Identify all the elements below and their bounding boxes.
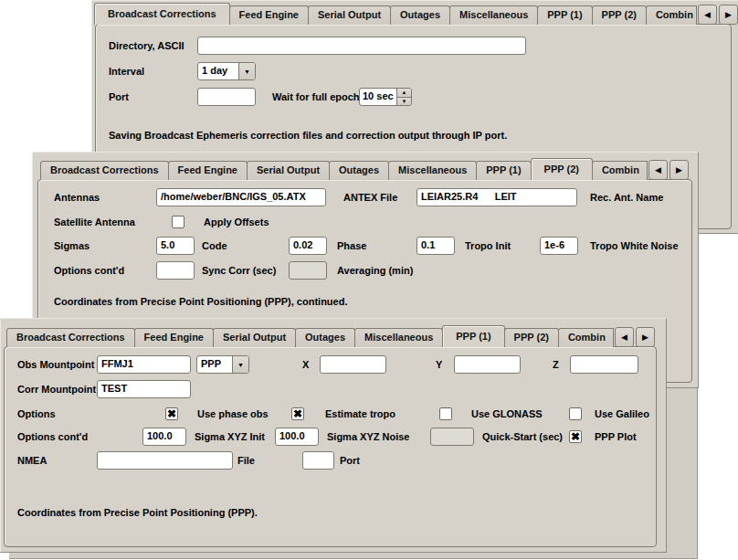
tab-feed-engine[interactable]: Feed Engine	[134, 328, 214, 347]
nmea-file-input[interactable]	[97, 451, 233, 470]
z-input[interactable]	[570, 355, 638, 374]
dropdown-arrow-icon: ▼	[237, 362, 244, 368]
use-galileo-label: Use Galileo	[595, 405, 649, 423]
tab-ppp-1[interactable]: PPP (1)	[537, 5, 592, 25]
tab-ppp-2[interactable]: PPP (2)	[592, 5, 647, 25]
tab-scroll-right-button[interactable]: ▶	[669, 160, 689, 180]
antennas-input[interactable]: /home/weber/BNC/IGS_05.ATX	[156, 188, 326, 206]
corr-mountpoint-label: Corr Mountpoint	[17, 380, 96, 398]
spin-down-button[interactable]: ▼	[397, 98, 411, 106]
ppp-mode-value: PPP	[197, 356, 232, 373]
sigma-xyz-noise-input[interactable]: 100.0	[275, 428, 319, 446]
broadcast-description-text: Saving Broadcast Ephemeris correction fi…	[109, 126, 507, 144]
use-phase-obs-checkbox[interactable]: ✖	[165, 407, 178, 420]
ppp1-window: Broadcast Corrections Feed Engine Serial…	[0, 318, 667, 553]
tab-broadcast-corrections[interactable]: Broadcast Corrections	[40, 161, 169, 180]
tab-serial-output[interactable]: Serial Output	[247, 161, 330, 180]
use-phase-obs-label: Use phase obs	[197, 405, 269, 423]
tab-serial-output[interactable]: Serial Output	[308, 5, 391, 25]
tab-ppp-2[interactable]: PPP (2)	[504, 328, 559, 347]
use-galileo-checkbox[interactable]	[569, 407, 582, 420]
tab-scroll-left-button[interactable]: ◀	[648, 160, 668, 180]
tab-scroll-left-icon: ◀	[621, 333, 627, 342]
tab-scroll-left-button[interactable]: ◀	[615, 327, 634, 347]
dropdown-button[interactable]: ▼	[238, 63, 255, 79]
antex-file-label: ANTEX File	[343, 188, 397, 206]
tab-scroll-buttons: ◀ ▶	[696, 5, 738, 25]
tab-combination[interactable]: Combin	[646, 5, 697, 25]
antex-file-input[interactable]: LEIAR25.R4 LEIT	[416, 188, 577, 206]
ppp1-description-text: Coordinates from Precise Point Positioni…	[17, 503, 258, 522]
y-input[interactable]	[454, 355, 521, 374]
averaging-label: Averaging (min)	[337, 261, 413, 280]
wait-epoch-spinner[interactable]: 10 sec ▲ ▼	[359, 88, 412, 106]
port-input[interactable]	[197, 88, 256, 106]
y-label: Y	[436, 355, 442, 374]
phase-label: Phase	[337, 237, 366, 255]
z-label: Z	[553, 355, 559, 374]
tab-scroll-left-button[interactable]: ◀	[698, 5, 717, 25]
tab-feed-engine[interactable]: Feed Engine	[168, 161, 248, 180]
sigma-xyz-init-input[interactable]: 100.0	[142, 428, 186, 446]
sigma-xyz-noise-label: Sigma XYZ Noise	[327, 428, 409, 446]
interval-value: 1 day	[198, 63, 238, 79]
corr-mountpoint-input[interactable]: TEST	[97, 380, 191, 398]
spin-up-icon: ▲	[402, 90, 407, 95]
ppp-mode-dropdown[interactable]: PPP ▼	[196, 355, 249, 374]
directory-ascii-input[interactable]	[197, 37, 526, 55]
obs-mountpoint-input[interactable]: FFMJ1	[97, 355, 191, 374]
tropo-init-input[interactable]: 1e-6	[540, 237, 578, 255]
quick-start-input[interactable]	[430, 428, 474, 446]
use-glonass-label: Use GLONASS	[471, 405, 543, 423]
file-label: File	[237, 451, 255, 470]
tab-feed-engine[interactable]: Feed Engine	[229, 5, 309, 25]
tab-broadcast-corrections[interactable]: Broadcast Corrections	[6, 328, 135, 347]
tab-scroll-right-icon: ▶	[725, 11, 732, 19]
options-contd-label: Options cont'd	[54, 261, 124, 280]
tab-miscellaneous[interactable]: Miscellaneous	[449, 5, 538, 25]
interval-label: Interval	[109, 62, 144, 80]
tab-scroll-buttons: ◀ ▶	[647, 160, 689, 180]
apply-offsets-checkbox[interactable]	[172, 216, 184, 228]
tab-combination[interactable]: Combin	[592, 161, 648, 180]
estimate-tropo-checkbox[interactable]: ✖	[291, 407, 304, 420]
tab-scroll-right-button[interactable]: ▶	[719, 5, 738, 25]
code-label: Code	[202, 237, 227, 255]
ppp2-tab-bar: Broadcast Corrections Feed Engine Serial…	[40, 158, 689, 180]
sync-corr-label: Sync Corr (sec)	[202, 261, 276, 280]
port-label: Port	[109, 88, 129, 106]
spin-up-button[interactable]: ▲	[397, 89, 411, 98]
use-glonass-checkbox[interactable]	[439, 407, 452, 420]
phase-input[interactable]: 0.1	[416, 237, 455, 255]
obs-mountpoint-label: Obs Mountpoint	[17, 355, 94, 374]
satellite-antenna-label: Satellite Antenna	[54, 213, 135, 231]
spin-down-icon: ▼	[402, 99, 407, 104]
tab-ppp-1[interactable]: PPP (1)	[476, 161, 531, 180]
ppp-plot-checkbox[interactable]: ✖	[569, 430, 582, 443]
port-label: Port	[340, 451, 360, 470]
tab-outages[interactable]: Outages	[295, 328, 355, 347]
averaging-input[interactable]	[289, 261, 327, 280]
tab-outages[interactable]: Outages	[390, 5, 450, 25]
tab-outages[interactable]: Outages	[329, 161, 389, 180]
tab-scroll-right-button[interactable]: ▶	[636, 327, 655, 347]
options-contd-input[interactable]	[156, 261, 195, 280]
tab-scroll-right-icon: ▶	[642, 333, 648, 342]
sigma-code-input[interactable]: 5.0	[156, 237, 195, 255]
nmea-port-input[interactable]	[302, 451, 334, 470]
dropdown-arrow-icon: ▼	[244, 69, 250, 75]
tab-broadcast-corrections[interactable]: Broadcast Corrections	[94, 3, 230, 25]
tab-combination[interactable]: Combin	[558, 328, 614, 347]
tab-ppp-2[interactable]: PPP (2)	[531, 158, 593, 180]
dropdown-button[interactable]: ▼	[232, 356, 248, 373]
tab-miscellaneous[interactable]: Miscellaneous	[388, 161, 477, 180]
x-input[interactable]	[320, 355, 386, 374]
directory-ascii-label: Directory, ASCII	[109, 37, 184, 55]
spinner-buttons: ▲ ▼	[396, 89, 411, 105]
tab-ppp-1[interactable]: PPP (1)	[442, 325, 504, 347]
sigma-xyz-init-label: Sigma XYZ Init	[195, 428, 265, 446]
tab-serial-output[interactable]: Serial Output	[213, 328, 296, 347]
code-input[interactable]: 0.02	[289, 237, 327, 255]
tab-miscellaneous[interactable]: Miscellaneous	[354, 328, 443, 347]
interval-dropdown[interactable]: 1 day ▼	[197, 62, 256, 80]
